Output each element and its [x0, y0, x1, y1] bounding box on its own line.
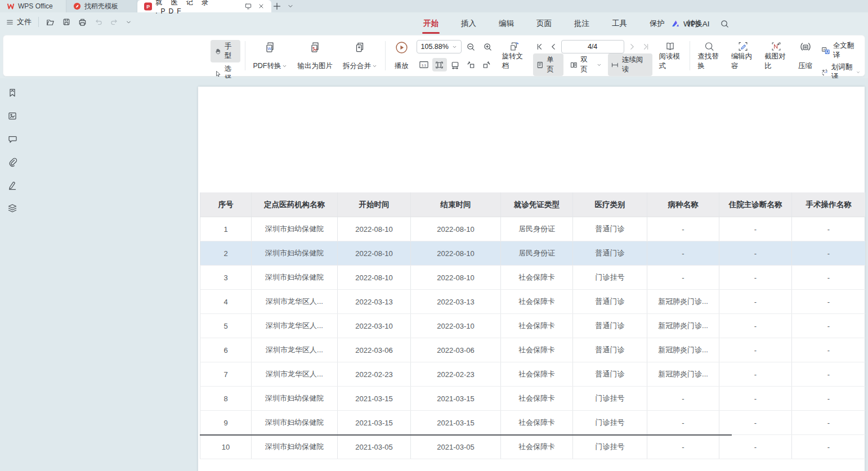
- menu-tab-page[interactable]: 页面: [525, 12, 563, 35]
- actual-size-button[interactable]: 1:1: [417, 58, 431, 71]
- svg-text:W: W: [267, 47, 271, 51]
- new-tab-icon[interactable]: [272, 2, 281, 11]
- ribbon-toolbar: 手型 选择 W PDF转换 输出为图片 拆分合并: [3, 35, 865, 77]
- cell-seq: 1: [200, 217, 252, 241]
- rotate-document-button[interactable]: 旋转文档: [499, 39, 530, 73]
- compress-button[interactable]: 压缩: [795, 39, 816, 73]
- menu-tab-edit[interactable]: 编辑: [487, 12, 525, 35]
- fulltext-translate-icon: A: [821, 46, 830, 55]
- continuous-read-label: 连续阅读: [622, 55, 650, 74]
- play-button[interactable]: 播放: [390, 39, 413, 73]
- next-page-button[interactable]: [626, 40, 638, 53]
- screenshot-compare-button[interactable]: 截图对比: [761, 39, 791, 73]
- file-menu-label: 文件: [17, 17, 32, 27]
- thumbnail-image-icon[interactable]: [6, 109, 19, 123]
- page-number-input[interactable]: [561, 40, 624, 53]
- zoom-level-select[interactable]: 105.88%: [417, 40, 462, 53]
- column-header: 住院主诊断名称: [719, 192, 792, 217]
- column-header: 手术操作名称: [792, 192, 865, 217]
- undo-icon[interactable]: [94, 17, 103, 26]
- layers-icon[interactable]: [6, 201, 19, 215]
- find-replace-icon: [703, 41, 715, 52]
- zoom-in-icon: [483, 42, 493, 52]
- close-icon[interactable]: [258, 3, 265, 10]
- tab-docer-templates[interactable]: 找稻壳模板: [66, 0, 137, 12]
- open-folder-icon[interactable]: [46, 17, 55, 27]
- export-image-label: 输出为图片: [297, 61, 333, 71]
- attachment-paperclip-icon[interactable]: [6, 155, 19, 169]
- file-menu-button[interactable]: 文件: [6, 17, 32, 27]
- cell-diagnosis-name: -: [719, 314, 792, 338]
- svg-text:1:1: 1:1: [421, 63, 426, 67]
- redo-icon[interactable]: [110, 17, 119, 26]
- menu-tab-annotate[interactable]: 批注: [563, 12, 601, 35]
- signature-pen-icon[interactable]: [6, 178, 19, 192]
- column-header: 就诊凭证类型: [501, 192, 573, 217]
- zoom-in-button[interactable]: [481, 40, 495, 53]
- cell-medical-category: 普通门诊: [573, 290, 647, 313]
- bookmark-icon[interactable]: [6, 86, 19, 100]
- cell-institution: 深圳市龙华区人...: [252, 290, 338, 313]
- fit-page-button[interactable]: [432, 58, 447, 71]
- tab-label: WPS Office: [18, 2, 53, 10]
- cell-disease-name: 新冠肺炎门诊...: [647, 338, 719, 362]
- zoom-out-button[interactable]: [464, 40, 478, 53]
- hand-icon: [214, 47, 222, 56]
- last-page-icon: [642, 43, 650, 51]
- cell-operation-name: -: [792, 290, 865, 313]
- rotate-right-button[interactable]: [480, 58, 494, 71]
- cell-medical-category: 普通门诊: [573, 241, 647, 265]
- compress-label: 压缩: [798, 61, 812, 71]
- chevron-down-icon[interactable]: [126, 19, 132, 25]
- tab-medical-record-pdf[interactable]: P 就 医 记 录 .PDF: [137, 0, 271, 12]
- cell-operation-name: -: [792, 266, 865, 289]
- cell-seq: 10: [200, 435, 252, 459]
- tab-list-chevron-icon[interactable]: [287, 3, 294, 10]
- menu-tabs: 开始 插入 编辑 页面 批注 工具 保护 转换: [412, 12, 714, 35]
- pdf-page[interactable]: 序号 定点医药机构名称 开始时间 结束时间 就诊凭证类型 医疗类别 病种名称 住…: [198, 87, 865, 471]
- wps-ai-label: WPS AI: [683, 20, 710, 28]
- fulltext-translate-button[interactable]: A 全文翻译: [819, 40, 862, 61]
- menu-tab-tools[interactable]: 工具: [601, 12, 638, 35]
- split-merge-button[interactable]: 拆分合并: [339, 39, 381, 73]
- table-row: 8 深圳市妇幼保健院 2021-03-15 2021-03-15 社会保障卡 门…: [200, 387, 865, 411]
- print-icon[interactable]: [78, 17, 87, 27]
- pdf-convert-button[interactable]: W PDF转换: [249, 39, 290, 73]
- edit-content-button[interactable]: 编辑内容: [728, 39, 758, 73]
- export-image-button[interactable]: 输出为图片: [294, 39, 336, 73]
- find-replace-button[interactable]: 查找替换: [694, 39, 724, 73]
- read-mode-button[interactable]: 阅读模式: [656, 39, 685, 73]
- cell-operation-name: -: [792, 411, 865, 434]
- fit-width-button[interactable]: [448, 58, 463, 71]
- menu-tab-protect[interactable]: 保护: [638, 12, 676, 35]
- cell-credential-type: 社会保障卡: [501, 314, 573, 338]
- wps-ai-button[interactable]: WPS AI: [671, 19, 710, 28]
- save-icon[interactable]: [62, 17, 71, 26]
- fit-width-icon: [450, 60, 460, 70]
- tab-wps-office[interactable]: WPS Office: [0, 0, 66, 12]
- column-header: 结束时间: [411, 192, 501, 217]
- first-page-button[interactable]: [533, 40, 545, 53]
- menu-tab-home[interactable]: 开始: [412, 12, 450, 35]
- comment-icon[interactable]: [6, 132, 19, 146]
- fulltext-translate-label: 全文翻译: [833, 41, 860, 60]
- hamburger-icon: [6, 18, 14, 26]
- menu-tab-insert[interactable]: 插入: [450, 12, 487, 35]
- hand-tool-button[interactable]: 手型: [211, 40, 240, 62]
- table-row: 3 深圳市妇幼保健院 2022-08-10 2022-08-10 社会保障卡 门…: [200, 266, 865, 290]
- cell-disease-name: -: [647, 411, 719, 434]
- table-row: 9 深圳市妇幼保健院 2021-03-15 2021-03-15 社会保障卡 门…: [200, 411, 865, 435]
- chevron-down-icon: [452, 44, 457, 50]
- previous-page-button[interactable]: [547, 40, 560, 53]
- table-row: 7 深圳市龙华区人... 2022-02-23 2022-02-23 社会保障卡…: [200, 362, 865, 387]
- continuous-read-button[interactable]: 连续阅读: [608, 53, 652, 76]
- single-page-button[interactable]: 单页: [533, 53, 563, 76]
- column-header: 定点医药机构名称: [252, 192, 338, 217]
- monitor-icon[interactable]: [244, 2, 252, 10]
- cell-end-date: 2022-02-23: [411, 362, 501, 386]
- rotate-left-button[interactable]: [464, 58, 478, 71]
- last-page-button[interactable]: [640, 40, 652, 53]
- double-page-button[interactable]: 双页: [567, 53, 605, 76]
- menu-bar: 文件 开始 插入 编辑 页面 批注 工具 保护 转换: [0, 12, 868, 35]
- search-icon[interactable]: [720, 19, 730, 29]
